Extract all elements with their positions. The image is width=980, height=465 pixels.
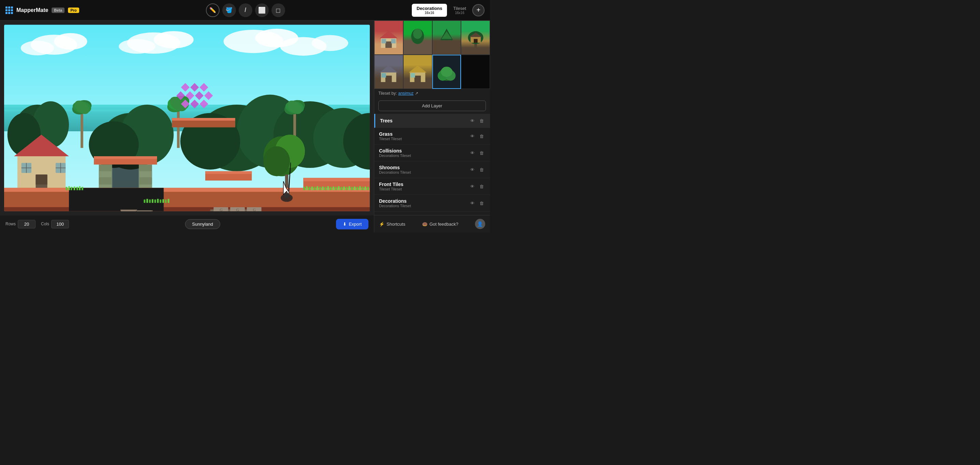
feedback-button[interactable]: 🍩 Got feedback? (422, 222, 458, 227)
add-tab-button[interactable]: + (472, 4, 485, 16)
svg-point-144 (284, 192, 290, 198)
tileset-preview-grid (374, 21, 490, 89)
svg-rect-61 (172, 118, 235, 121)
shortcuts-icon: ⚡ (379, 222, 385, 227)
tile-cell-tree2[interactable] (432, 21, 461, 55)
shortcuts-button[interactable]: ⚡ Shortcuts (379, 222, 405, 227)
layer-visibility-decorations[interactable] (469, 200, 476, 206)
layer-name-grass: Grass (379, 131, 402, 137)
tile-cell-tree1[interactable] (403, 21, 432, 55)
layer-item-grass[interactable]: Grass Tileset Tileset (374, 128, 490, 145)
layer-name-decorations: Decorations (379, 198, 411, 204)
rows-label: Rows (5, 222, 16, 226)
pro-badge: Pro (68, 8, 79, 13)
svg-rect-120 (312, 187, 313, 190)
map-canvas[interactable]: G G G G G (4, 25, 370, 211)
tile-cell-bush[interactable] (432, 55, 461, 89)
tab-tileset[interactable]: Tileset 16x16 (448, 4, 471, 17)
tile-cell-house2[interactable] (374, 55, 403, 89)
svg-rect-107 (144, 200, 145, 203)
tile-cell-dark[interactable] (461, 55, 490, 89)
tile-cell-house1[interactable] (374, 21, 403, 55)
export-button[interactable]: ⬇ Export (336, 219, 368, 229)
magic-tool[interactable]: 🪣 (222, 3, 236, 17)
svg-rect-119 (309, 187, 310, 190)
svg-rect-118 (306, 186, 308, 190)
svg-rect-126 (327, 186, 329, 190)
svg-rect-109 (149, 200, 151, 203)
svg-point-172 (441, 67, 452, 77)
main-content: G G G G G (0, 21, 490, 232)
svg-rect-57 (139, 178, 152, 184)
layer-info-shrooms: Shrooms Decorations Tileset (379, 165, 411, 174)
svg-rect-147 (385, 42, 392, 48)
layer-name-trees: Trees (380, 118, 393, 123)
tab-decorations[interactable]: Decorations 16x16 (412, 4, 447, 17)
layer-delete-grass[interactable] (478, 133, 485, 139)
tileset-credit-link[interactable]: ansimuz (398, 91, 414, 96)
svg-rect-137 (356, 187, 358, 190)
layer-delete-shrooms[interactable] (478, 166, 485, 173)
eraser-tool[interactable]: / (239, 3, 252, 17)
app-name: MapperMate (16, 7, 48, 13)
svg-rect-114 (162, 199, 164, 203)
svg-rect-163 (385, 75, 392, 82)
tileset-preview (374, 21, 490, 89)
layer-visibility-shrooms[interactable] (469, 166, 476, 173)
layer-visibility-trees[interactable] (469, 117, 476, 124)
layer-item-front-tiles[interactable]: Front Tiles Tileset Tileset (374, 178, 490, 195)
cols-input[interactable] (51, 220, 69, 229)
header: MapperMate Beta Pro ✏️ 🪣 / ⬜ ◻ Decoratio… (0, 0, 490, 21)
add-layer-button[interactable]: Add Layer (378, 101, 486, 111)
fill-tool[interactable]: ⬜ (255, 3, 269, 17)
tile-cell-treehouse[interactable] (461, 21, 490, 55)
svg-rect-160 (474, 39, 477, 43)
svg-rect-129 (335, 187, 337, 190)
toolbar: ✏️ 🪣 / ⬜ ◻ (206, 3, 285, 17)
layer-actions-shrooms (469, 166, 485, 173)
tile-cell-house3[interactable] (403, 55, 432, 89)
svg-text:G: G (142, 211, 145, 211)
export-label: Export (348, 222, 362, 227)
svg-rect-168 (411, 73, 415, 78)
layer-item-trees[interactable]: Trees (374, 114, 490, 128)
layers-list: Trees Grass Tileset Tileset (374, 114, 490, 215)
svg-rect-62 (172, 121, 235, 127)
map-name-button[interactable]: Sunnyland (185, 219, 220, 229)
user-avatar[interactable]: 👤 (475, 219, 485, 229)
svg-rect-103 (73, 187, 75, 190)
svg-rect-135 (351, 187, 353, 190)
layer-visibility-collisions[interactable] (469, 149, 476, 156)
svg-rect-101 (68, 186, 70, 190)
svg-text:G: G (126, 211, 129, 211)
rows-input[interactable] (18, 220, 35, 229)
svg-point-10 (312, 35, 348, 51)
svg-rect-140 (364, 187, 366, 190)
layer-item-collisions[interactable]: Collisions Decorations Tileset (374, 145, 490, 161)
feedback-icon: 🍩 (422, 222, 428, 227)
layer-delete-trees[interactable] (478, 117, 485, 124)
logo-icon (5, 6, 13, 14)
pencil-tool[interactable]: ✏️ (206, 3, 220, 17)
layer-delete-collisions[interactable] (478, 149, 485, 156)
svg-rect-112 (157, 199, 159, 203)
layer-item-shrooms[interactable]: Shrooms Decorations Tileset (374, 161, 490, 178)
svg-rect-122 (317, 186, 318, 190)
layer-info-collisions: Collisions Decorations Tileset (379, 148, 411, 158)
svg-rect-133 (346, 187, 348, 190)
tileset-credit: Tileset by: ansimuz ↗ (374, 89, 490, 98)
shortcuts-label: Shortcuts (387, 222, 405, 227)
svg-marker-146 (380, 30, 398, 38)
layer-name-shrooms: Shrooms (379, 165, 411, 170)
external-link-icon: ↗ (415, 91, 418, 96)
layer-visibility-front-tiles[interactable] (469, 183, 476, 190)
layer-visibility-grass[interactable] (469, 133, 476, 139)
layer-delete-front-tiles[interactable] (478, 183, 485, 190)
svg-rect-116 (168, 199, 169, 203)
layer-info-grass: Grass Tileset Tileset (379, 131, 402, 141)
rect-tool[interactable]: ◻ (272, 3, 285, 17)
layer-delete-decorations[interactable] (478, 200, 485, 206)
svg-rect-106 (82, 187, 83, 190)
svg-point-3 (21, 41, 54, 55)
layer-item-decorations[interactable]: Decorations Decorations Tileset (374, 195, 490, 212)
